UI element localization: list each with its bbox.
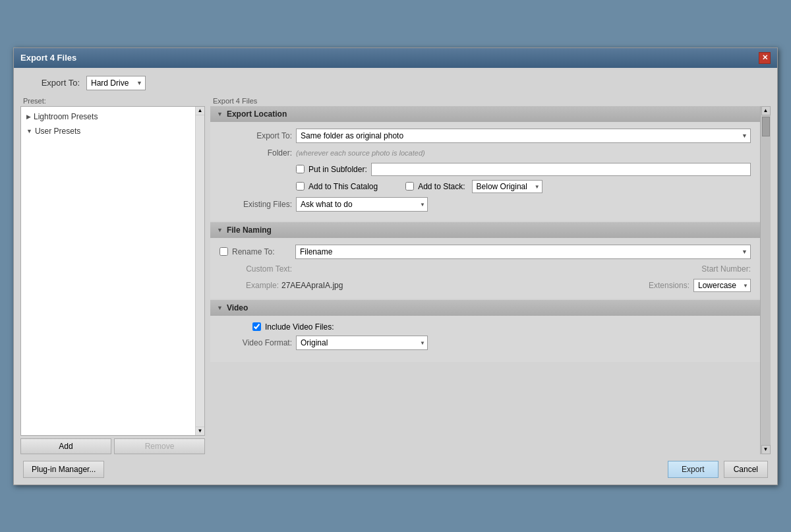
subfolder-input[interactable] [371, 163, 751, 176]
location-export-to-row: Export To: Same folder as original photo… [220, 129, 751, 143]
extensions-select[interactable]: Lowercase Uppercase [693, 279, 751, 292]
extensions-row: Extensions: Lowercase Uppercase [649, 279, 751, 292]
scroll-thumb[interactable] [762, 117, 770, 136]
rename-row: Rename To: Filename Date - Filename Cust… [220, 245, 751, 259]
close-button[interactable]: ✕ [759, 52, 771, 64]
folder-row: Folder: (wherever each source photo is l… [220, 148, 751, 158]
sidebar-list: ▶ Lightroom Presets ▼ User Presets [21, 107, 195, 435]
export-location-title: Export Location [227, 109, 287, 119]
extensions-label: Extensions: [649, 281, 689, 290]
folder-placeholder: (wherever each source photo is located) [296, 149, 425, 157]
example-label: Example: [220, 281, 279, 290]
plugin-manager-button[interactable]: Plug-in Manager... [23, 461, 104, 478]
sidebar-item-user-presets[interactable]: ▼ User Presets [21, 124, 195, 138]
main-content: Preset: ▶ Lightroom Presets ▼ User Prese… [14, 96, 777, 454]
include-video-row: Include Video Files: [252, 322, 751, 332]
sidebar-scrollbar: ▲ ▼ [195, 107, 204, 435]
right-buttons: Export Cancel [668, 461, 768, 478]
sidebar-scroll-up[interactable]: ▲ [196, 107, 204, 115]
rename-select-wrapper[interactable]: Filename Date - Filename Custom Name Cus… [295, 245, 751, 259]
sidebar-buttons: Add Remove [20, 438, 205, 454]
location-export-to-wrapper[interactable]: Same folder as original photo Choose fol… [296, 129, 751, 143]
rename-checkbox[interactable] [220, 247, 228, 256]
title-bar: Export 4 Files ✕ [14, 48, 777, 68]
custom-text-label: Custom Text: [220, 264, 292, 274]
sections-wrapper: ▼ Export Location Export To: Same folder… [210, 106, 771, 454]
scroll-down-button[interactable]: ▼ [761, 445, 771, 454]
video-format-row: Video Format: Original DPX H.264 [220, 336, 751, 350]
file-naming-arrow: ▼ [217, 227, 223, 233]
export-to-select[interactable]: Hard Drive Email CD/DVD [86, 76, 146, 90]
stack-label: Add to Stack: [418, 182, 465, 191]
video-body: Include Video Files: Video Format: Origi… [210, 316, 760, 362]
file-naming-title: File Naming [227, 225, 272, 235]
export-button[interactable]: Export [668, 461, 718, 478]
sidebar-scroll-down[interactable]: ▼ [196, 427, 204, 435]
bottom-bar: Plug-in Manager... Export Cancel [14, 454, 777, 485]
cancel-button[interactable]: Cancel [724, 461, 768, 478]
export-to-row: Export To: Hard Drive Email CD/DVD [14, 68, 777, 96]
sidebar-item-lightroom-presets[interactable]: ▶ Lightroom Presets [21, 109, 195, 124]
export-to-label: Export To: [27, 78, 80, 88]
example-value: 27AEAApraIA.jpg [281, 281, 343, 290]
export-dialog: Export 4 Files ✕ Export To: Hard Drive E… [13, 47, 778, 485]
video-format-select[interactable]: Original DPX H.264 [296, 336, 428, 350]
export-location-arrow: ▼ [217, 111, 223, 117]
video-title: Video [227, 303, 248, 312]
add-button[interactable]: Add [20, 438, 111, 454]
subfolder-row: Put in Subfolder: [296, 163, 751, 176]
sidebar-tree[interactable]: ▶ Lightroom Presets ▼ User Presets ▲ ▼ [20, 106, 205, 436]
right-panel: Export 4 Files ▼ Export Location Export … [210, 96, 771, 454]
subfolder-label: Put in Subfolder: [308, 165, 367, 174]
lightroom-presets-label: Lightroom Presets [34, 112, 98, 121]
existing-files-row: Existing Files: Ask what to do Choose a … [220, 197, 751, 212]
existing-files-wrapper[interactable]: Ask what to do Choose a new name Overwri… [296, 197, 428, 212]
preset-label: Preset: [20, 96, 205, 106]
location-export-to-select[interactable]: Same folder as original photo Choose fol… [296, 129, 751, 143]
remove-button[interactable]: Remove [114, 438, 205, 454]
catalog-row: Add to This Catalog Add to Stack: Below … [296, 180, 751, 193]
include-video-label: Include Video Files: [265, 322, 334, 332]
rename-label: Rename To: [232, 247, 291, 256]
catalog-checkbox[interactable] [296, 182, 305, 191]
user-presets-arrow: ▼ [26, 128, 32, 134]
example-row: Example: 27AEAApraIA.jpg Extensions: Low… [220, 279, 751, 292]
export-location-body: Export To: Same folder as original photo… [210, 122, 760, 221]
extensions-select-wrapper[interactable]: Lowercase Uppercase [693, 279, 751, 292]
folder-label: Folder: [220, 148, 292, 158]
start-number-label: Start Number: [701, 264, 751, 274]
scroll-up-button[interactable]: ▲ [761, 106, 771, 115]
video-arrow: ▼ [217, 305, 223, 311]
lightroom-presets-arrow: ▶ [26, 113, 31, 120]
video-format-label: Video Format: [220, 338, 292, 347]
sections-inner[interactable]: ▼ Export Location Export To: Same folder… [210, 106, 771, 454]
user-presets-label: User Presets [35, 127, 80, 136]
include-video-checkbox[interactable] [252, 322, 261, 331]
video-header[interactable]: ▼ Video [210, 300, 760, 316]
subfolder-checkbox[interactable] [296, 165, 305, 173]
export-location-header[interactable]: ▼ Export Location [210, 106, 760, 122]
export-location-section: ▼ Export Location Export To: Same folder… [210, 106, 760, 221]
dialog-title: Export 4 Files [20, 53, 76, 63]
stack-select-wrapper[interactable]: Below Original Above Original [472, 180, 542, 193]
custom-start-row: Custom Text: Start Number: [220, 264, 751, 274]
catalog-label: Add to This Catalog [308, 182, 378, 191]
location-export-to-label: Export To: [220, 131, 292, 140]
file-naming-body: Rename To: Filename Date - Filename Cust… [210, 238, 760, 299]
video-section: ▼ Video Include Video Files: Video F [210, 300, 760, 362]
export-to-select-wrapper[interactable]: Hard Drive Email CD/DVD [86, 76, 146, 90]
existing-files-label: Existing Files: [220, 200, 292, 209]
video-format-wrapper[interactable]: Original DPX H.264 [296, 336, 428, 350]
panel-header-label: Export 4 Files [210, 96, 771, 106]
rename-select[interactable]: Filename Date - Filename Custom Name Cus… [295, 245, 751, 259]
stack-checkbox[interactable] [405, 182, 414, 191]
stack-select[interactable]: Below Original Above Original [472, 180, 542, 193]
existing-files-select[interactable]: Ask what to do Choose a new name Overwri… [296, 197, 428, 212]
file-naming-section: ▼ File Naming Rename To: Filename [210, 222, 760, 299]
right-scrollbar: ▲ ▼ [760, 106, 771, 454]
file-naming-header[interactable]: ▼ File Naming [210, 222, 760, 238]
sidebar: Preset: ▶ Lightroom Presets ▼ User Prese… [20, 96, 205, 454]
